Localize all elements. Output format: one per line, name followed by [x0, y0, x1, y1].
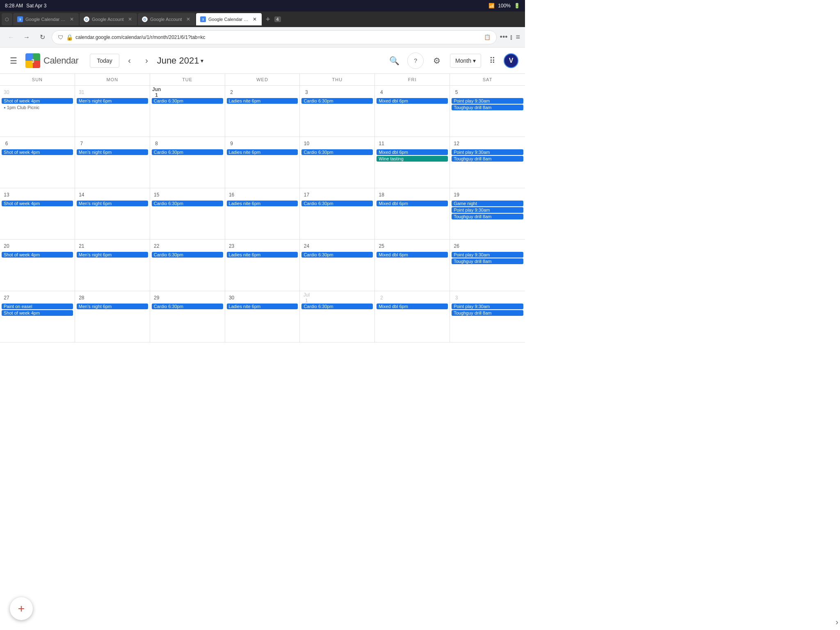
event[interactable]: Ladies nite 6pm	[227, 252, 298, 258]
day-number[interactable]: 10	[301, 139, 311, 148]
event[interactable]: Shot of week 4pm	[2, 98, 73, 104]
event[interactable]: Point play 9:30am	[452, 207, 523, 213]
day-number[interactable]: 19	[452, 190, 461, 200]
day-cell-jun1[interactable]: Jun 1 Cardio 6:30pm	[150, 86, 225, 137]
day-cell-jun9[interactable]: 9 Ladies nite 6pm	[225, 137, 300, 188]
day-number[interactable]: 22	[152, 241, 162, 251]
event[interactable]: Men's night 6pm	[77, 201, 148, 206]
event[interactable]: Mixed dbl 6pm	[377, 201, 448, 206]
event[interactable]: Ladies nite 6pm	[227, 98, 298, 104]
tab-close-2[interactable]: ✕	[127, 16, 133, 22]
day-cell-jun30[interactable]: 30 Ladies nite 6pm	[225, 291, 300, 342]
day-cell-jun22[interactable]: 22 Cardio 6:30pm	[150, 240, 225, 291]
tab-close-3[interactable]: ✕	[185, 16, 191, 22]
day-number[interactable]: 21	[77, 241, 87, 251]
event[interactable]: Cardio 6:30pm	[152, 252, 223, 258]
event-club-picnic[interactable]: 1pm Club Picnic	[2, 105, 73, 110]
day-cell-jun13[interactable]: 13 Shot of week 4pm	[0, 188, 75, 240]
event[interactable]: Ladies nite 6pm	[227, 304, 298, 309]
prev-month-button[interactable]: ‹	[123, 54, 137, 68]
day-number[interactable]: 3	[452, 293, 461, 303]
day-cell-jun23[interactable]: 23 Ladies nite 6pm	[225, 240, 300, 291]
tab-google-account-2[interactable]: G Google Account ✕	[138, 13, 195, 25]
day-cell-may30[interactable]: 30 Shot of week 4pm 1pm Club Picnic	[0, 86, 75, 137]
event[interactable]: Cardio 6:30pm	[301, 201, 373, 206]
day-cell-jun10[interactable]: 10 Cardio 6:30pm	[300, 137, 375, 188]
day-cell-jul3[interactable]: 3 Point play 9:30am Toughguy drill 8am	[450, 291, 525, 342]
tab-google-calendar-1[interactable]: 3 Google Calendar - S... ✕	[13, 13, 79, 25]
day-cell-jul1[interactable]: Jul 1 Cardio 6:30pm	[300, 291, 375, 342]
event[interactable]: Shot of week 4pm	[2, 252, 73, 258]
event[interactable]: Toughguy drill 8am	[452, 310, 523, 316]
event[interactable]: Shot of week 4pm	[2, 310, 73, 316]
day-number[interactable]: 28	[77, 293, 87, 303]
event[interactable]: Point play 9:30am	[452, 252, 523, 258]
day-number[interactable]: 15	[152, 190, 162, 200]
day-cell-jul2[interactable]: 2 Mixed dbl 6pm	[375, 291, 450, 342]
tab-google-account-1[interactable]: G Google Account ✕	[80, 13, 137, 25]
day-cell-jun5[interactable]: 5 Point play 9:30am Toughguy drill 8am	[450, 86, 525, 137]
day-cell-jun25[interactable]: 25 Mixed dbl 6pm	[375, 240, 450, 291]
tab-google-calendar-active[interactable]: 3 Google Calendar - J... ✕	[196, 13, 262, 25]
day-cell-jun7[interactable]: 7 Men's night 6pm	[75, 137, 150, 188]
settings-button[interactable]: ⚙	[429, 52, 445, 69]
month-title[interactable]: June 2021 ▾	[157, 55, 204, 66]
apps-grid-icon[interactable]: ⠿	[486, 52, 499, 69]
day-cell-jun3[interactable]: 3 Cardio 6:30pm	[300, 86, 375, 137]
day-number[interactable]: 17	[301, 190, 311, 200]
event[interactable]: Cardio 6:30pm	[152, 98, 223, 104]
day-number[interactable]: 9	[227, 139, 237, 148]
event[interactable]: Cardio 6:30pm	[301, 252, 373, 258]
day-number[interactable]: 30	[2, 87, 11, 97]
event[interactable]: Toughguy drill 8am	[452, 214, 523, 219]
user-avatar[interactable]: V	[504, 53, 518, 68]
event[interactable]: Mixed dbl 6pm	[377, 149, 448, 155]
event[interactable]: Mixed dbl 6pm	[377, 304, 448, 309]
day-number[interactable]: Jul 1	[301, 293, 311, 303]
event[interactable]: Men's night 6pm	[77, 304, 148, 309]
day-number[interactable]: 27	[2, 293, 11, 303]
event[interactable]: Cardio 6:30pm	[152, 149, 223, 155]
event[interactable]: Cardio 6:30pm	[301, 149, 373, 155]
menu-icon[interactable]: ≡	[516, 33, 520, 41]
tab-close-1[interactable]: ✕	[69, 16, 75, 22]
back-button[interactable]: ←	[5, 31, 17, 43]
day-number[interactable]: 20	[2, 241, 11, 251]
day-cell-jun18[interactable]: 18 Mixed dbl 6pm	[375, 188, 450, 240]
event[interactable]: Cardio 6:30pm	[301, 304, 373, 309]
day-cell-jun15[interactable]: 15 Cardio 6:30pm	[150, 188, 225, 240]
day-number[interactable]: 6	[2, 139, 11, 148]
day-cell-jun4[interactable]: 4 Mixed dbl 6pm	[375, 86, 450, 137]
day-number[interactable]: 12	[452, 139, 461, 148]
day-number[interactable]: 2	[227, 87, 237, 97]
day-number[interactable]: 8	[152, 139, 162, 148]
day-cell-jun11[interactable]: 11 Mixed dbl 6pm Wine tasting	[375, 137, 450, 188]
day-cell-jun17[interactable]: 17 Cardio 6:30pm	[300, 188, 375, 240]
day-number[interactable]: 18	[377, 190, 386, 200]
event-paint-on-easel[interactable]: Paint on easel	[2, 304, 73, 309]
event[interactable]: Ladies nite 6pm	[227, 201, 298, 206]
day-number[interactable]: Jun 1	[152, 87, 162, 97]
day-number[interactable]: 5	[452, 87, 461, 97]
day-number[interactable]: 23	[227, 241, 237, 251]
event[interactable]: Mixed dbl 6pm	[377, 98, 448, 104]
tab-close-4[interactable]: ✕	[252, 16, 258, 22]
event[interactable]: Shot of week 4pm	[2, 201, 73, 206]
day-cell-jun20[interactable]: 20 Shot of week 4pm	[0, 240, 75, 291]
event[interactable]: Ladies nite 6pm	[227, 149, 298, 155]
day-number[interactable]: 24	[301, 241, 311, 251]
day-number[interactable]: 31	[77, 87, 87, 97]
day-cell-jun16[interactable]: 16 Ladies nite 6pm	[225, 188, 300, 240]
event-wine-tasting[interactable]: Wine tasting	[377, 156, 448, 162]
event[interactable]: Point play 9:30am	[452, 149, 523, 155]
new-tab-button[interactable]: +	[262, 15, 274, 24]
day-cell-jun6[interactable]: 6 Shot of week 4pm	[0, 137, 75, 188]
event[interactable]: Shot of week 4pm	[2, 149, 73, 155]
event[interactable]: Men's night 6pm	[77, 149, 148, 155]
refresh-button[interactable]: ↻	[36, 31, 48, 43]
day-number[interactable]: 26	[452, 241, 461, 251]
day-cell-may31[interactable]: 31 Men's night 6pm	[75, 86, 150, 137]
hamburger-menu-icon[interactable]: ☰	[7, 52, 21, 69]
event[interactable]: Toughguy drill 8am	[452, 105, 523, 110]
event[interactable]: Cardio 6:30pm	[152, 201, 223, 206]
